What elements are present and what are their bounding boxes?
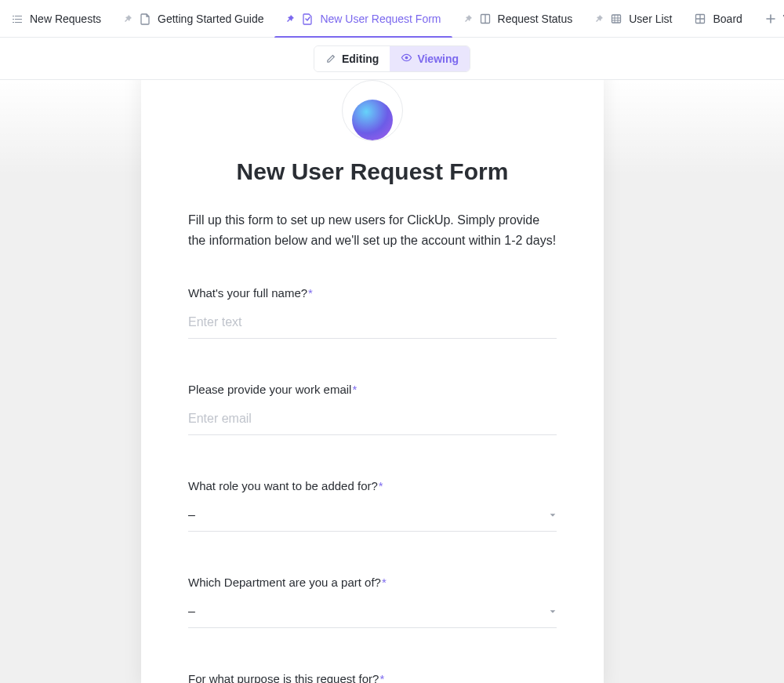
field-label: What role you want to be added for?* <box>188 479 557 492</box>
select-value: – <box>188 605 195 619</box>
editing-button[interactable]: Editing <box>314 46 390 71</box>
department-select[interactable]: – <box>188 595 557 628</box>
pin-icon <box>123 13 136 25</box>
role-select[interactable]: – <box>188 499 557 532</box>
tab-label: New Requests <box>30 13 101 25</box>
mode-toggle: Editing Viewing <box>314 45 470 72</box>
list-icon <box>11 13 24 25</box>
tab-request-status[interactable]: Request Status <box>452 0 584 38</box>
required-marker: * <box>379 672 384 683</box>
plus-icon <box>764 13 777 25</box>
form-card: New User Request Form Fill up this form … <box>141 64 604 683</box>
form-fields: What's your full name?* Please provide y… <box>141 286 604 683</box>
content-area: New User Request Form Fill up this form … <box>0 80 784 683</box>
required-marker: * <box>379 479 383 492</box>
board-icon <box>479 13 492 25</box>
tab-getting-started[interactable]: Getting Started Guide <box>112 0 274 38</box>
tab-new-user-request-form[interactable]: New User Request Form <box>274 0 452 38</box>
tab-label: Board <box>713 13 742 25</box>
full-name-input[interactable] <box>188 306 557 339</box>
table-icon <box>610 13 622 25</box>
field-work-email: Please provide your work email* <box>188 383 557 435</box>
mode-toggle-row: Editing Viewing <box>0 38 784 80</box>
chevron-down-icon <box>549 605 557 619</box>
avatar-orb-icon <box>352 100 393 140</box>
viewing-label: Viewing <box>417 53 459 65</box>
tab-new-requests[interactable]: New Requests <box>0 0 112 38</box>
pin-icon <box>594 13 607 25</box>
required-marker: * <box>382 576 387 589</box>
form-avatar <box>342 80 403 141</box>
board-icon <box>694 13 706 25</box>
field-label: Which Department are you a part of?* <box>188 576 557 589</box>
pin-icon <box>285 13 298 25</box>
doc-icon <box>139 13 151 25</box>
form-icon <box>301 13 314 25</box>
tab-label: Getting Started Guide <box>158 13 263 25</box>
field-department: Which Department are you a part of?* – <box>188 576 557 628</box>
form-title: New User Request Form <box>141 158 604 185</box>
field-purpose: For what purpose is this request for?* <box>188 672 557 683</box>
tab-label: User List <box>629 13 672 25</box>
tab-board[interactable]: Board <box>683 0 753 38</box>
view-tabs: New Requests Getting Started Guide New U… <box>0 0 784 38</box>
required-marker: * <box>352 383 357 396</box>
form-description: Fill up this form to set up new users fo… <box>188 210 557 250</box>
pencil-icon <box>325 52 337 66</box>
tab-user-list[interactable]: User List <box>583 0 683 38</box>
field-label: What's your full name?* <box>188 286 557 300</box>
add-view-button[interactable]: View <box>753 0 784 38</box>
field-full-name: What's your full name?* <box>188 286 557 339</box>
chevron-down-icon <box>549 508 557 522</box>
required-marker: * <box>308 286 313 300</box>
field-role: What role you want to be added for?* – <box>188 479 557 532</box>
field-label: For what purpose is this request for?* <box>188 672 557 683</box>
field-label: Please provide your work email* <box>188 383 557 396</box>
select-value: – <box>188 508 195 522</box>
editing-label: Editing <box>342 53 379 65</box>
tab-label: Request Status <box>498 13 573 25</box>
pin-icon <box>463 13 476 25</box>
work-email-input[interactable] <box>188 402 557 435</box>
tab-label: New User Request Form <box>320 13 441 25</box>
eye-icon <box>401 52 412 66</box>
viewing-button[interactable]: Viewing <box>390 46 470 71</box>
